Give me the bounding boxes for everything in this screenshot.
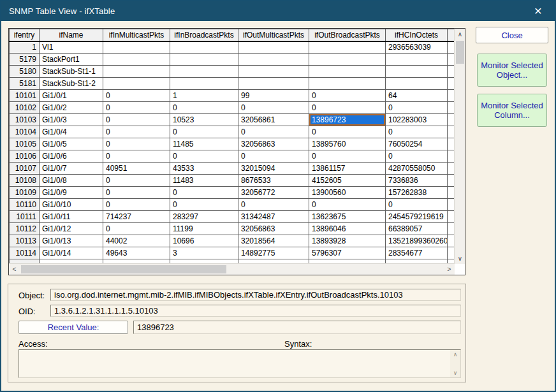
table-cell[interactable]: 0 bbox=[309, 150, 386, 163]
scroll-right-icon[interactable]: > bbox=[444, 264, 455, 275]
table-cell[interactable] bbox=[238, 41, 309, 54]
table-cell[interactable]: 0 bbox=[103, 138, 170, 150]
column-header-ifOutBroadcastPkts[interactable]: ifOutBroadcastPkts bbox=[309, 29, 386, 41]
horizontal-scrollbar[interactable]: < > bbox=[9, 263, 455, 275]
table-cell[interactable] bbox=[103, 41, 170, 54]
table-cell[interactable]: StackPort1 bbox=[40, 54, 103, 66]
table-cell[interactable]: 157262838 bbox=[386, 187, 448, 199]
table-cell[interactable]: Gi1/0/2 bbox=[40, 102, 103, 114]
table-cell[interactable]: 3 bbox=[170, 247, 238, 259]
table-cell[interactable]: 1 bbox=[10, 41, 40, 54]
table-cell[interactable] bbox=[309, 66, 386, 78]
table-cell[interactable]: 0 bbox=[103, 114, 170, 126]
table-cell[interactable] bbox=[238, 78, 309, 90]
table-cell[interactable] bbox=[448, 102, 455, 114]
table-cell[interactable]: 10114 bbox=[10, 247, 40, 259]
table-cell[interactable]: 10113 bbox=[10, 235, 40, 247]
table-cell[interactable] bbox=[103, 66, 170, 78]
close-icon[interactable]: × bbox=[529, 3, 547, 19]
table-cell[interactable]: 42870558050 bbox=[386, 163, 448, 175]
table-cell[interactable]: Gi1/0/11 bbox=[40, 211, 103, 223]
table-cell[interactable] bbox=[103, 54, 170, 66]
table-cell[interactable]: 0 bbox=[103, 187, 170, 199]
table-cell[interactable] bbox=[448, 138, 455, 150]
column-header-partial[interactable] bbox=[448, 29, 455, 41]
table-cell[interactable]: 10112 bbox=[10, 223, 40, 235]
table-cell[interactable]: 0 bbox=[103, 199, 170, 211]
table-cell[interactable] bbox=[448, 114, 455, 126]
table-cell[interactable] bbox=[448, 54, 455, 66]
table-cell[interactable] bbox=[309, 41, 386, 54]
table-cell[interactable]: 0 bbox=[309, 90, 386, 102]
table-cell[interactable]: 0 bbox=[170, 102, 238, 114]
table-cell[interactable]: Gi1/0/5 bbox=[40, 138, 103, 150]
table-cell[interactable]: 0 bbox=[170, 126, 238, 138]
table-cell[interactable] bbox=[448, 223, 455, 235]
table-cell[interactable]: 714237 bbox=[103, 211, 170, 223]
table-cell[interactable]: 66389057 bbox=[386, 223, 448, 235]
table-cell[interactable]: 64 bbox=[386, 90, 448, 102]
table-cell[interactable]: 0 bbox=[386, 199, 448, 211]
monitor-selected-object-button[interactable]: Monitor Selected Object... bbox=[477, 54, 547, 87]
table-cell[interactable]: 32018564 bbox=[238, 235, 309, 247]
table-cell[interactable]: 32015094 bbox=[238, 163, 309, 175]
table-cell[interactable]: Gi1/0/3 bbox=[40, 114, 103, 126]
table-cell[interactable]: 0 bbox=[238, 102, 309, 114]
table-cell[interactable]: 1 bbox=[170, 90, 238, 102]
table-cell[interactable] bbox=[448, 211, 455, 223]
table-cell[interactable]: 0 bbox=[103, 126, 170, 138]
table-cell[interactable]: 0 bbox=[103, 90, 170, 102]
table-cell[interactable] bbox=[386, 66, 448, 78]
table-cell[interactable]: 5179 bbox=[10, 54, 40, 66]
table-cell[interactable]: 10696 bbox=[170, 235, 238, 247]
table-cell[interactable]: 0 bbox=[309, 102, 386, 114]
table-cell[interactable]: 5181 bbox=[10, 78, 40, 90]
table-cell[interactable]: 32056861 bbox=[238, 114, 309, 126]
table-cell[interactable] bbox=[448, 163, 455, 175]
table-cell[interactable]: 10523 bbox=[170, 114, 238, 126]
table-cell[interactable]: 14892775 bbox=[238, 247, 309, 259]
table-cell[interactable]: 13896046 bbox=[309, 223, 386, 235]
table-cell[interactable]: Gi1/0/1 bbox=[40, 90, 103, 102]
table-cell[interactable] bbox=[448, 66, 455, 78]
table-cell[interactable]: 0 bbox=[309, 199, 386, 211]
scroll-up-icon[interactable]: ∧ bbox=[455, 29, 465, 40]
table-cell[interactable]: 44002 bbox=[103, 235, 170, 247]
table-cell[interactable]: 49643 bbox=[103, 247, 170, 259]
column-header-ifInBroadcastPkts[interactable]: ifInBroadcastPkts bbox=[170, 29, 238, 41]
table-cell[interactable]: 11483 bbox=[170, 175, 238, 187]
table-cell[interactable]: 13521899360260 bbox=[386, 235, 448, 247]
table-cell[interactable]: 0 bbox=[238, 150, 309, 163]
column-header-ifInMulticastPkts[interactable]: ifInMulticastPkts bbox=[103, 29, 170, 41]
table-cell[interactable]: 0 bbox=[103, 223, 170, 235]
table-cell[interactable]: Gi1/0/9 bbox=[40, 187, 103, 199]
table-cell[interactable] bbox=[448, 78, 455, 90]
table-cell[interactable] bbox=[448, 247, 455, 259]
table-cell[interactable] bbox=[386, 54, 448, 66]
table-cell[interactable]: 10106 bbox=[10, 150, 40, 163]
table-cell[interactable] bbox=[309, 54, 386, 66]
table-cell[interactable] bbox=[448, 41, 455, 54]
close-button[interactable]: Close bbox=[476, 27, 548, 43]
table-cell[interactable]: 8676533 bbox=[238, 175, 309, 187]
table-cell[interactable]: 0 bbox=[170, 187, 238, 199]
table-cell[interactable]: 0 bbox=[309, 126, 386, 138]
table-cell[interactable]: 13893928 bbox=[309, 235, 386, 247]
table-cell[interactable]: 0 bbox=[103, 175, 170, 187]
table-cell[interactable]: Gi1/0/14 bbox=[40, 247, 103, 259]
table-cell[interactable] bbox=[170, 41, 238, 54]
table-cell[interactable]: 4152605 bbox=[309, 175, 386, 187]
table-cell[interactable]: 11199 bbox=[170, 223, 238, 235]
table-cell[interactable] bbox=[238, 54, 309, 66]
table-cell[interactable]: 0 bbox=[170, 150, 238, 163]
table-cell[interactable] bbox=[170, 54, 238, 66]
table-cell[interactable]: 32056772 bbox=[238, 187, 309, 199]
table-cell[interactable]: 28354677 bbox=[386, 247, 448, 259]
table-cell[interactable]: Gi1/0/13 bbox=[40, 235, 103, 247]
table-cell[interactable] bbox=[170, 78, 238, 90]
horizontal-scrollbar-thumb[interactable] bbox=[21, 265, 226, 273]
recent-value-button[interactable]: Recent Value: bbox=[18, 321, 128, 334]
table-cell[interactable]: 10103 bbox=[10, 114, 40, 126]
table-cell[interactable] bbox=[386, 78, 448, 90]
table-cell[interactable]: StackSub-St1-1 bbox=[40, 66, 103, 78]
